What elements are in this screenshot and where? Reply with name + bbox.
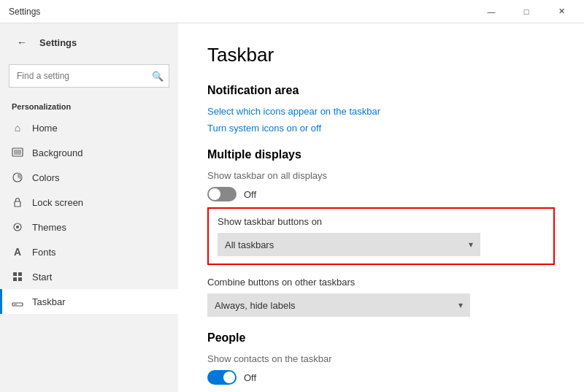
sidebar-item-themes[interactable]: Themes — [0, 215, 178, 239]
page-title: Taskbar — [207, 44, 555, 66]
maximize-button[interactable]: □ — [510, 0, 543, 23]
search-input[interactable] — [9, 64, 169, 88]
system-icons-link[interactable]: Turn system icons on or off — [207, 123, 555, 134]
main-content: Taskbar Notification area Select which i… — [178, 23, 584, 392]
show-contacts-toggle[interactable] — [207, 370, 237, 385]
sidebar-item-background[interactable]: Background — [0, 140, 178, 165]
sidebar-item-background-label: Background — [32, 147, 82, 158]
combine-buttons-label: Combine buttons on other taskbars — [207, 277, 555, 288]
svg-rect-1 — [14, 150, 21, 155]
show-taskbar-all-label: Show taskbar on all displays — [207, 170, 555, 181]
multiple-displays-title: Multiple displays — [207, 148, 555, 161]
svg-rect-7 — [18, 272, 22, 276]
show-contacts-label: Show contacts on the taskbar — [207, 353, 555, 364]
fonts-icon: A — [12, 246, 23, 258]
back-button[interactable]: ← — [12, 32, 32, 53]
people-section: People Show contacts on the taskbar Off … — [207, 331, 555, 392]
sidebar-item-home[interactable]: ⌂ Home — [0, 115, 178, 140]
lock-icon — [12, 196, 23, 208]
sidebar-item-home-label: Home — [32, 123, 58, 134]
background-icon — [12, 147, 23, 158]
people-title: People — [207, 331, 555, 345]
app-body: ← Settings 🔍 Personalization ⌂ Home Back… — [0, 23, 584, 392]
sidebar-item-colors-label: Colors — [32, 172, 60, 183]
select-icons-link[interactable]: Select which icons appear on the taskbar — [207, 106, 555, 117]
show-taskbar-toggle-row: Off — [207, 187, 555, 201]
search-icon: 🔍 — [152, 71, 164, 82]
colors-icon — [12, 172, 23, 183]
show-contacts-toggle-label: Off — [244, 372, 256, 383]
show-buttons-highlight-box: Show taskbar buttons on All taskbars ▾ — [207, 207, 555, 265]
show-taskbar-toggle[interactable] — [207, 187, 237, 201]
svg-point-5 — [16, 226, 19, 228]
combine-dropdown-chevron-icon: ▾ — [458, 300, 463, 310]
contacts-toggle-knob — [223, 372, 235, 383]
toggle-knob — [209, 188, 220, 200]
close-button[interactable]: ✕ — [545, 0, 578, 23]
taskbar-icon — [12, 296, 23, 307]
themes-icon — [12, 221, 23, 233]
taskbar-buttons-dropdown[interactable]: All taskbars ▾ — [218, 233, 480, 256]
sidebar-header: ← Settings — [0, 23, 178, 61]
home-icon: ⌂ — [12, 122, 23, 134]
start-icon — [12, 271, 23, 283]
sidebar-item-taskbar[interactable]: Taskbar — [0, 289, 178, 314]
multiple-displays-section: Multiple displays Show taskbar on all di… — [207, 148, 555, 317]
sidebar-item-fonts[interactable]: A Fonts — [0, 239, 178, 264]
sidebar-item-fonts-label: Fonts — [32, 247, 56, 258]
title-bar-title: Settings — [9, 7, 40, 17]
sidebar-item-lockscreen-label: Lock screen — [32, 197, 83, 208]
combine-buttons-value: Always, hide labels — [215, 300, 296, 311]
show-contacts-toggle-row: Off — [207, 370, 555, 385]
svg-rect-6 — [13, 272, 17, 276]
title-bar: Settings — □ ✕ — [0, 0, 584, 23]
notification-area-title: Notification area — [207, 84, 555, 97]
sidebar-item-colors[interactable]: Colors — [0, 165, 178, 190]
search-box: 🔍 — [9, 64, 169, 88]
show-taskbar-toggle-label: Off — [244, 189, 256, 200]
sidebar-app-title: Settings — [39, 37, 77, 48]
show-buttons-label: Show taskbar buttons on — [218, 216, 545, 227]
sidebar-item-lockscreen[interactable]: Lock screen — [0, 190, 178, 215]
dropdown-chevron-icon: ▾ — [469, 239, 473, 250]
svg-rect-11 — [14, 304, 17, 305]
sidebar: ← Settings 🔍 Personalization ⌂ Home Back… — [0, 23, 178, 392]
sidebar-item-taskbar-label: Taskbar — [32, 296, 66, 307]
sidebar-item-start-label: Start — [32, 272, 52, 283]
sidebar-item-themes-label: Themes — [32, 222, 66, 233]
svg-rect-8 — [13, 277, 17, 281]
title-bar-controls: — □ ✕ — [474, 0, 578, 23]
sidebar-section-label: Personalization — [0, 96, 178, 115]
svg-rect-9 — [18, 277, 22, 281]
minimize-button[interactable]: — — [474, 0, 508, 23]
svg-rect-3 — [15, 201, 20, 207]
taskbar-buttons-value: All taskbars — [225, 239, 274, 250]
combine-buttons-dropdown[interactable]: Always, hide labels ▾ — [207, 293, 470, 317]
notification-area-section: Notification area Select which icons app… — [207, 84, 555, 134]
sidebar-item-start[interactable]: Start — [0, 264, 178, 289]
